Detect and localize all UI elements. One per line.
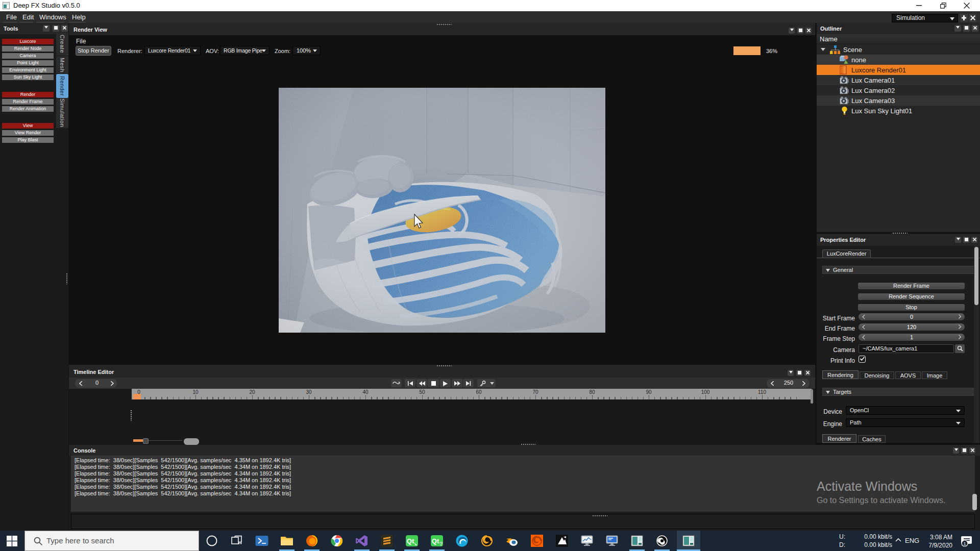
svg-text:Qt: Qt bbox=[432, 537, 439, 545]
svg-text:Qt: Qt bbox=[407, 537, 414, 545]
svg-text:?: ? bbox=[439, 541, 443, 547]
svg-text:1: 1 bbox=[963, 541, 966, 546]
